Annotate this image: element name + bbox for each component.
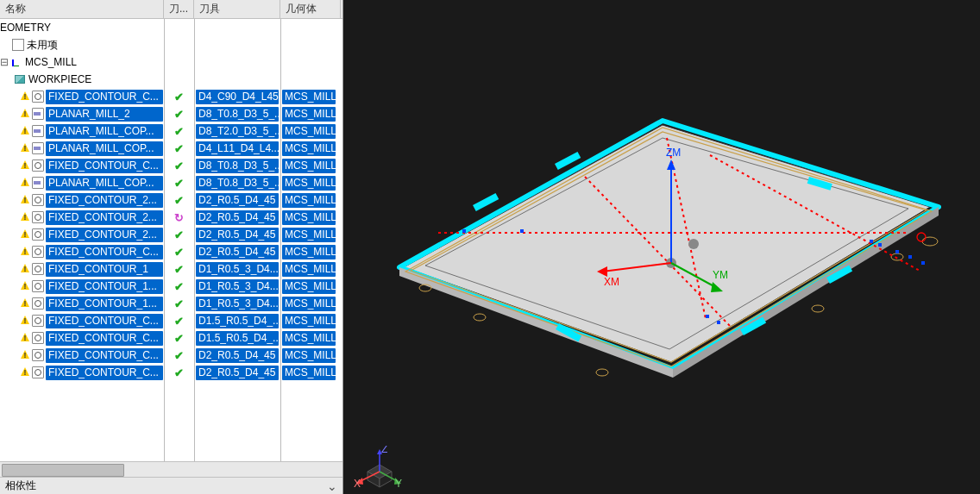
header-status[interactable]: 刀... — [164, 0, 194, 18]
warning-icon — [19, 108, 31, 120]
check-icon: ✔ — [174, 108, 184, 121]
operation-row[interactable]: PLANAR_MILL_COP...✔D8_T0.8_D3_5_...MCS_M… — [0, 174, 342, 191]
operation-name: FIXED_CONTOUR_C... — [46, 159, 163, 173]
check-icon: ✔ — [174, 332, 184, 345]
warning-icon — [19, 332, 31, 344]
operation-icon — [32, 211, 44, 223]
csys-icon — [10, 56, 22, 68]
operation-name: FIXED_CONTOUR_1... — [46, 279, 163, 294]
geom-name: MCS_MILL — [282, 279, 336, 294]
operation-row[interactable]: FIXED_CONTOUR_C...✔D4_C90_D4_L45MCS_MILL — [0, 88, 342, 105]
tool-name: D4_C90_D4_L45 — [196, 90, 279, 104]
svg-rect-30 — [908, 255, 912, 259]
warning-icon — [19, 280, 31, 292]
geom-name: MCS_MILL — [282, 159, 336, 173]
workpiece-icon — [14, 73, 26, 85]
footer-row[interactable]: 相依性 ⌄ — [0, 477, 342, 494]
tree-row-geometry[interactable]: EOMETRY — [0, 19, 342, 36]
svg-point-17 — [891, 253, 903, 260]
warning-icon — [19, 177, 31, 189]
operation-row[interactable]: FIXED_CONTOUR_2...✔D2_R0.5_D4_45MCS_MILL — [0, 226, 342, 243]
operation-row[interactable]: FIXED_CONTOUR_1...✔D1_R0.5_3_D4...MCS_MI… — [0, 278, 342, 295]
operation-row[interactable]: PLANAR_MILL_2✔D8_T0.8_D3_5_...MCS_MILL — [0, 105, 342, 122]
axis-z-label: ZM — [666, 147, 681, 159]
operation-row[interactable]: FIXED_CONTOUR_1...✔D1_R0.5_3_D4...MCS_MI… — [0, 295, 342, 312]
tree-body: EOMETRY 未用项 ⊟MCS_MILL WORKPIECE FIXED_CO… — [0, 19, 342, 461]
tool-name: D1_R0.5_3_D4... — [196, 297, 279, 311]
operation-row[interactable]: FIXED_CONTOUR_2...↻D2_R0.5_D4_45MCS_MILL — [0, 209, 342, 226]
svg-point-34 — [688, 239, 699, 249]
header-name[interactable]: 名称 — [0, 0, 164, 18]
geom-name: MCS_MILL — [282, 314, 336, 328]
horizontal-scrollbar[interactable] — [0, 461, 342, 477]
warning-icon — [19, 263, 31, 275]
svg-rect-7 — [473, 193, 499, 211]
operation-icon — [32, 349, 44, 361]
operation-name: PLANAR_MILL_COP... — [46, 124, 163, 139]
operation-row[interactable]: FIXED_CONTOUR_C...✔D2_R0.5_D4_45MCS_MILL — [0, 347, 342, 364]
check-icon: ✔ — [174, 177, 184, 190]
warning-icon — [19, 297, 31, 310]
svg-marker-0 — [404, 125, 930, 362]
view-triad[interactable]: Z X Y — [350, 446, 402, 489]
operation-icon — [32, 315, 44, 327]
operation-icon — [32, 108, 44, 120]
tool-name: D8_T0.8_D3_5_... — [196, 107, 279, 122]
warning-icon — [19, 159, 31, 172]
operation-row[interactable]: FIXED_CONTOUR_2...✔D2_R0.5_D4_45MCS_MILL — [0, 191, 342, 209]
tool-name: D2_R0.5_D4_45 — [196, 193, 279, 208]
operation-row[interactable]: FIXED_CONTOUR_C...✔D2_R0.5_D4_45MCS_MILL — [0, 243, 342, 260]
geom-name: MCS_MILL — [282, 176, 336, 191]
tool-name: D1_R0.5_3_D4... — [196, 279, 279, 294]
tree-row-workpiece[interactable]: WORKPIECE — [0, 71, 342, 88]
operation-row[interactable]: FIXED_CONTOUR_C...✔D8_T0.8_D3_5_...MCS_M… — [0, 157, 342, 174]
graphics-viewport[interactable]: ZM XM YM Z X Y — [343, 0, 980, 494]
triad-x: X — [354, 478, 361, 489]
operation-icon — [32, 159, 44, 172]
tool-name: D8_T2.0_D3_5_... — [196, 124, 279, 139]
operation-row[interactable]: FIXED_CONTOUR_1✔D1_R0.5_3_D4...MCS_MILL — [0, 260, 342, 278]
operation-row[interactable]: PLANAR_MILL_COP...✔D4_L11_D4_L4...MCS_MI… — [0, 140, 342, 157]
operation-name: PLANAR_MILL_COP... — [46, 176, 163, 191]
geom-name: MCS_MILL — [282, 141, 336, 156]
header-tool[interactable]: 刀具 — [194, 0, 280, 18]
geom-name: MCS_MILL — [282, 193, 336, 208]
check-icon: ✔ — [174, 194, 184, 207]
geom-name: MCS_MILL — [282, 331, 336, 346]
operation-name: FIXED_CONTOUR_1... — [46, 297, 163, 311]
check-icon: ✔ — [174, 315, 184, 328]
operation-row[interactable]: PLANAR_MILL_COP...✔D8_T2.0_D3_5_...MCS_M… — [0, 122, 342, 140]
operation-name: FIXED_CONTOUR_C... — [46, 348, 163, 363]
operation-icon — [32, 366, 44, 378]
operation-icon — [32, 91, 44, 103]
tree-row-unused[interactable]: 未用项 — [0, 36, 342, 53]
svg-point-18 — [922, 237, 938, 246]
operation-icon — [32, 246, 44, 258]
operation-name: PLANAR_MILL_2 — [46, 107, 163, 122]
check-icon: ✔ — [174, 125, 184, 138]
svg-rect-24 — [520, 229, 524, 233]
tool-name: D2_R0.5_D4_45 — [196, 228, 279, 242]
geometry-label: EOMETRY — [0, 22, 51, 34]
operation-row[interactable]: FIXED_CONTOUR_C...✔D2_R0.5_D4_45MCS_MILL — [0, 364, 342, 381]
geom-name: MCS_MILL — [282, 245, 336, 260]
triad-y: Y — [395, 478, 402, 489]
warning-icon — [19, 349, 31, 361]
operation-name: FIXED_CONTOUR_2... — [46, 193, 163, 208]
document-icon — [12, 39, 24, 51]
tree-header: 名称 刀... 刀具 几何体 — [0, 0, 342, 19]
warning-icon — [19, 194, 31, 206]
collapse-icon[interactable]: ⊟ — [0, 56, 9, 68]
operation-row[interactable]: FIXED_CONTOUR_C...✔D1.5_R0.5_D4_...MCS_M… — [0, 312, 342, 329]
tree-row-mcs[interactable]: ⊟MCS_MILL — [0, 53, 342, 71]
chevron-down-icon: ⌄ — [327, 479, 337, 493]
tool-name: D1.5_R0.5_D4_... — [196, 314, 279, 328]
header-geom[interactable]: 几何体 — [280, 0, 341, 18]
tool-name: D1_R0.5_3_D4... — [196, 262, 279, 277]
operation-row[interactable]: FIXED_CONTOUR_C...✔D1.5_R0.5_D4_...MCS_M… — [0, 329, 342, 347]
tool-name: D8_T0.8_D3_5_... — [196, 159, 279, 173]
svg-rect-29 — [895, 250, 899, 253]
tool-name: D4_L11_D4_L4... — [196, 141, 279, 156]
geom-name: MCS_MILL — [282, 262, 336, 277]
check-icon: ✔ — [174, 263, 184, 276]
